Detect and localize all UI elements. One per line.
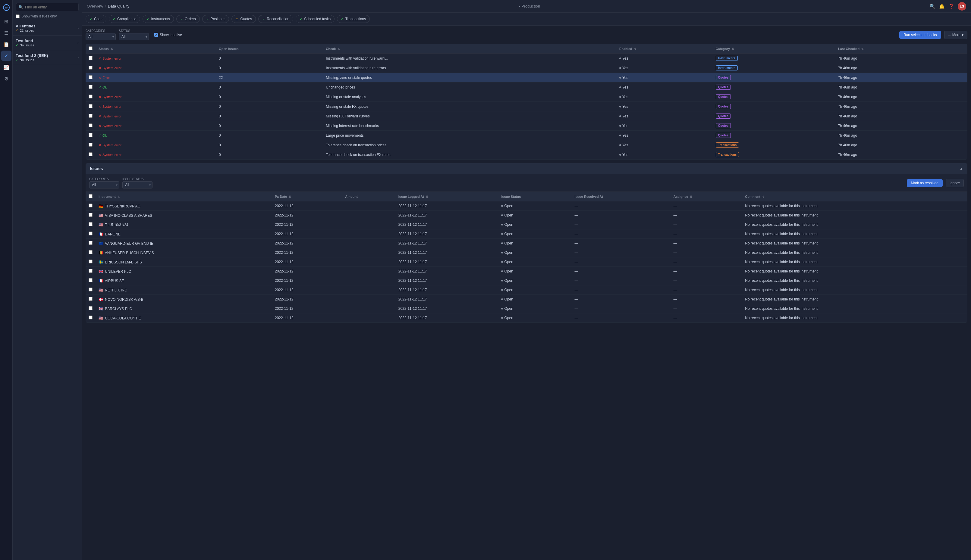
breadcrumb-overview[interactable]: Overview xyxy=(87,4,103,8)
issue-px-date: 2022-11-12 xyxy=(272,229,342,239)
sidebar-item-grid[interactable]: ⊞ xyxy=(1,16,12,27)
tab-quotes[interactable]: ⚠ Quotes xyxy=(231,15,256,23)
status-label: System error xyxy=(102,95,122,99)
entity-group-header-all[interactable]: All entities ⚠ 22 issues › xyxy=(13,21,82,35)
row-checkbox[interactable] xyxy=(89,123,92,127)
list-item: 🇬🇧 UNILEVER PLC 2022-11-12 2022-11-12 11… xyxy=(85,267,968,276)
status-badge: ✓ Ok xyxy=(99,134,107,138)
row-checkbox[interactable] xyxy=(89,143,92,147)
tab-label-orders: Orders xyxy=(185,17,196,21)
mark-resolved-button[interactable]: Mark as resolved xyxy=(907,179,943,187)
search-header-icon[interactable]: 🔍 xyxy=(930,3,936,9)
sidebar-item-settings[interactable]: ⚙ xyxy=(1,73,12,84)
row-checkbox[interactable] xyxy=(89,56,92,60)
sidebar-item-tasks[interactable]: 📋 xyxy=(1,39,12,49)
tab-positions[interactable]: ✓ Positions xyxy=(202,15,229,23)
entity-group-header-testfund2[interactable]: Test fund 2 (SEK) ✓ No issues › xyxy=(13,50,82,65)
issue-checkbox[interactable] xyxy=(89,203,92,207)
show-issues-checkbox[interactable] xyxy=(16,15,20,18)
show-inactive-checkbox[interactable] xyxy=(154,33,158,37)
row-checkbox[interactable] xyxy=(89,114,92,118)
row-checkbox[interactable] xyxy=(89,95,92,98)
row-enabled: Yes xyxy=(616,82,713,92)
row-checkbox[interactable] xyxy=(89,75,92,79)
entity-group-header-testfund[interactable]: Test fund ✓ No issues › xyxy=(13,35,82,50)
tab-scheduled-tasks[interactable]: ✓ Scheduled tasks xyxy=(296,15,334,23)
issues-status-select[interactable]: All xyxy=(122,181,152,188)
issue-status-badge: Open xyxy=(501,241,568,245)
issue-checkbox[interactable] xyxy=(89,306,92,310)
issue-logged: 2022-11-12 11:17 xyxy=(395,295,498,304)
run-selected-button[interactable]: Run selected checks xyxy=(899,31,941,39)
issue-checkbox[interactable] xyxy=(89,250,92,254)
issue-checkbox-cell xyxy=(85,202,95,211)
flag-icon: 🇩🇪 xyxy=(99,204,104,208)
tab-orders[interactable]: ✓ Orders xyxy=(176,15,200,23)
checks-th-check: Check ⇅ xyxy=(323,44,616,53)
help-icon[interactable]: ❓ xyxy=(948,3,954,9)
tab-transactions[interactable]: ✓ Transactions xyxy=(337,15,370,23)
issue-comment: No recent quotes available for this inst… xyxy=(742,313,968,323)
sidebar-item-chart[interactable]: 📈 xyxy=(1,62,12,72)
status-icon: ✕ xyxy=(99,143,101,147)
ignore-button[interactable]: Ignore xyxy=(946,179,964,187)
row-checkbox[interactable] xyxy=(89,66,92,70)
tab-reconciliation[interactable]: ✓ Reconciliation xyxy=(258,15,293,23)
issue-checkbox[interactable] xyxy=(89,297,92,301)
status-label: System error xyxy=(102,153,122,157)
issue-status: Open xyxy=(498,220,572,229)
status-badge: ✕ System error xyxy=(99,114,122,118)
category-badge: Quotes xyxy=(716,133,731,138)
status-icon: ✕ xyxy=(99,124,101,128)
row-checkbox[interactable] xyxy=(89,133,92,137)
sidebar-item-check[interactable]: ✓ xyxy=(1,51,12,61)
issue-checkbox-cell xyxy=(85,248,95,257)
status-badge: ✕ System error xyxy=(99,153,122,157)
avatar[interactable]: LS xyxy=(958,2,966,10)
open-dot xyxy=(501,280,503,282)
issue-checkbox[interactable] xyxy=(89,278,92,282)
notification-icon[interactable]: 🔔 xyxy=(939,3,945,9)
search-input[interactable] xyxy=(25,5,76,9)
issue-checkbox[interactable] xyxy=(89,232,92,235)
show-inactive-wrap: Show inactive xyxy=(154,33,182,37)
enabled-dot xyxy=(619,154,621,156)
issue-amount xyxy=(342,239,395,248)
issue-checkbox-cell xyxy=(85,276,95,285)
issue-checkbox[interactable] xyxy=(89,222,92,226)
row-checkbox[interactable] xyxy=(89,85,92,89)
issue-status: Open xyxy=(498,248,572,257)
row-checkbox[interactable] xyxy=(89,104,92,108)
tab-ok-icon-reconciliation: ✓ xyxy=(262,17,265,21)
flag-icon: 🇫🇷 xyxy=(99,278,104,283)
row-check: Tolerance check on transaction prices xyxy=(323,140,616,150)
row-status: ✕ System error xyxy=(95,53,216,63)
tab-instruments[interactable]: ✓ Instruments xyxy=(142,15,174,23)
checks-select-all[interactable] xyxy=(89,47,92,50)
sidebar-item-list[interactable]: ☰ xyxy=(1,28,12,38)
status-select[interactable]: All xyxy=(119,33,149,40)
issue-px-date: 2022-11-12 xyxy=(272,257,342,267)
issue-checkbox[interactable] xyxy=(89,269,92,273)
flag-icon: 🇩🇰 xyxy=(99,297,104,302)
categories-select[interactable]: All xyxy=(85,33,116,40)
row-status: ✕ System error xyxy=(95,121,216,131)
issue-checkbox[interactable] xyxy=(89,288,92,292)
tab-cash[interactable]: ✓ Cash xyxy=(85,15,106,23)
issues-select-all[interactable] xyxy=(89,194,92,198)
issue-checkbox[interactable] xyxy=(89,241,92,245)
entity-panel: 🔍 Show with issues only All entities ⚠ 2… xyxy=(13,0,82,560)
issue-checkbox[interactable] xyxy=(89,213,92,217)
open-dot xyxy=(501,317,503,319)
issue-checkbox[interactable] xyxy=(89,315,92,320)
list-item: 🇫🇷 AIRBUS SE 2022-11-12 2022-11-12 11:17… xyxy=(85,276,968,285)
tab-label-scheduled: Scheduled tasks xyxy=(304,17,331,21)
instrument-name: THYSSENKRUPP AG xyxy=(105,204,140,208)
search-input-wrap[interactable]: 🔍 xyxy=(16,3,79,11)
collapse-issues-button[interactable]: ▲ xyxy=(959,167,963,171)
tab-compliance[interactable]: ✓ Compliance xyxy=(109,15,140,23)
issues-categories-select[interactable]: All xyxy=(89,181,119,188)
more-button[interactable]: ··· More ▾ xyxy=(944,31,968,39)
issue-checkbox[interactable] xyxy=(89,260,92,263)
row-checkbox[interactable] xyxy=(89,152,92,156)
